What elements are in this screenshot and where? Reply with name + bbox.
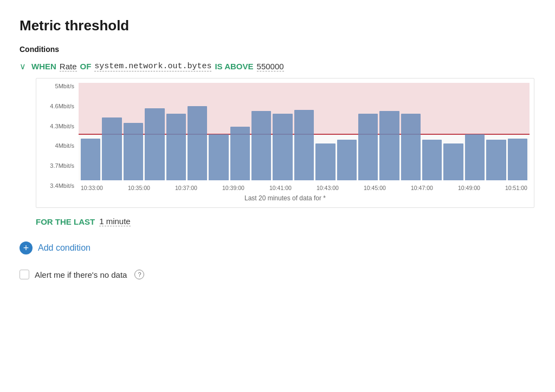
x-axis-label: 10:33:00 <box>81 185 103 191</box>
x-axis-label: 10:39:00 <box>222 185 244 191</box>
for-the-last-value[interactable]: 1 minute <box>99 217 131 226</box>
bars-wrapper <box>79 83 530 180</box>
chart-bar <box>508 139 527 180</box>
chart-bar <box>379 111 399 180</box>
chart-bar <box>251 111 271 180</box>
y-axis-label: 4Mbit/s <box>55 142 74 149</box>
threshold-value[interactable]: 550000 <box>257 62 284 71</box>
chart-bar <box>358 114 378 180</box>
rate-selector[interactable]: Rate <box>60 62 77 71</box>
no-data-checkbox[interactable] <box>20 270 29 279</box>
x-axis-label: 10:43:00 <box>317 185 339 191</box>
chart-footer: Last 20 minutes of data for * <box>41 194 530 204</box>
chevron-icon[interactable]: ∨ <box>20 61 26 71</box>
x-axis-label: 10:47:00 <box>411 185 433 191</box>
chart-bar <box>465 134 485 181</box>
is-above-keyword: IS ABOVE <box>215 62 253 71</box>
chart-bar <box>81 139 100 180</box>
chart-bar <box>166 114 186 180</box>
for-the-last-keyword: FOR THE LAST <box>36 217 95 226</box>
x-axis: 10:33:0010:35:0010:37:0010:39:0010:41:00… <box>79 182 530 191</box>
y-axis-label: 4.3Mbit/s <box>50 123 74 129</box>
x-axis-label: 10:49:00 <box>458 185 480 191</box>
y-axis-label: 3.4Mbit/s <box>50 182 74 189</box>
chart-bar <box>273 114 292 180</box>
x-axis-label: 10:41:00 <box>269 185 292 191</box>
chart-bar <box>102 117 121 180</box>
y-axis-label: 3.7Mbit/s <box>50 162 74 169</box>
add-condition-label[interactable]: Add condition <box>38 243 91 253</box>
chart-bar <box>230 127 250 180</box>
y-axis-label: 5Mbit/s <box>55 83 74 89</box>
chart-bar <box>124 123 143 180</box>
help-icon[interactable]: ? <box>134 270 144 279</box>
for-the-last-row: FOR THE LAST 1 minute <box>36 217 535 226</box>
add-condition-icon[interactable]: + <box>20 241 33 254</box>
add-condition-row[interactable]: + Add condition <box>20 241 535 254</box>
chart-bar <box>486 140 506 180</box>
x-axis-label: 10:37:00 <box>175 185 197 191</box>
alert-row: Alert me if there's no data ? <box>20 270 535 279</box>
y-axis-label: 4.6Mbit/s <box>50 103 74 109</box>
of-keyword: OF <box>80 62 92 71</box>
condition-row: ∨ WHEN Rate OF system.network.out.bytes … <box>20 61 535 71</box>
metric-name[interactable]: system.network.out.bytes <box>94 62 211 71</box>
chart-bar <box>315 143 335 180</box>
chart-container: 5Mbit/s4.6Mbit/s4.3Mbit/s4Mbit/s3.7Mbit/… <box>36 78 534 208</box>
chart-bar <box>443 143 463 180</box>
page-title: Metric threshold <box>20 17 535 34</box>
chart-bar <box>209 134 228 181</box>
chart-bar <box>337 140 357 180</box>
chart-bars-area <box>79 83 530 180</box>
x-axis-label: 10:35:00 <box>128 185 150 191</box>
y-axis: 5Mbit/s4.6Mbit/s4.3Mbit/s4Mbit/s3.7Mbit/… <box>41 83 79 191</box>
conditions-label: Conditions <box>20 45 535 54</box>
chart-main: 10:33:0010:35:0010:37:0010:39:0010:41:00… <box>79 83 530 191</box>
when-keyword: WHEN <box>31 62 56 71</box>
chart-bar <box>422 140 442 180</box>
alert-label: Alert me if there's no data <box>35 270 127 279</box>
chart-bar <box>145 108 164 180</box>
x-axis-label: 10:51:00 <box>505 185 527 191</box>
x-axis-label: 10:45:00 <box>364 185 386 191</box>
chart-bar <box>294 110 314 180</box>
chart-bar <box>188 106 207 180</box>
chart-bar <box>401 114 421 180</box>
